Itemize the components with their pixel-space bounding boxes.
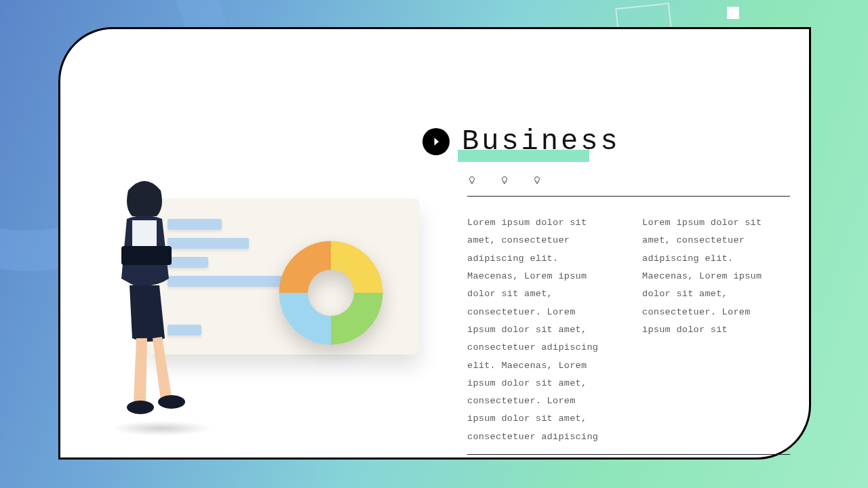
lightbulb-icon [532,176,542,185]
body-column-2: Lorem ipsum dolor sit amet, consectetuer… [642,214,785,446]
bulb-row [467,176,793,185]
body-column-1: Lorem ipsum dolor sit amet, consectetuer… [467,214,610,446]
divider [467,196,790,197]
svg-rect-3 [132,220,157,247]
divider [467,454,790,455]
svg-rect-4 [121,246,172,265]
svg-point-5 [127,401,154,414]
arrow-right-icon [422,128,450,155]
lightbulb-icon [500,176,509,185]
illustration [87,178,433,436]
svg-point-6 [158,395,185,409]
donut-chart-icon [273,235,389,350]
slide-card: Business Lorem ipsum dolor sit amet, con… [58,27,811,460]
businesswoman-illustration [101,177,196,421]
content-area: Business Lorem ipsum dolor sit amet, con… [422,125,793,455]
slide-title: Business [462,125,620,158]
lightbulb-icon [467,176,477,185]
